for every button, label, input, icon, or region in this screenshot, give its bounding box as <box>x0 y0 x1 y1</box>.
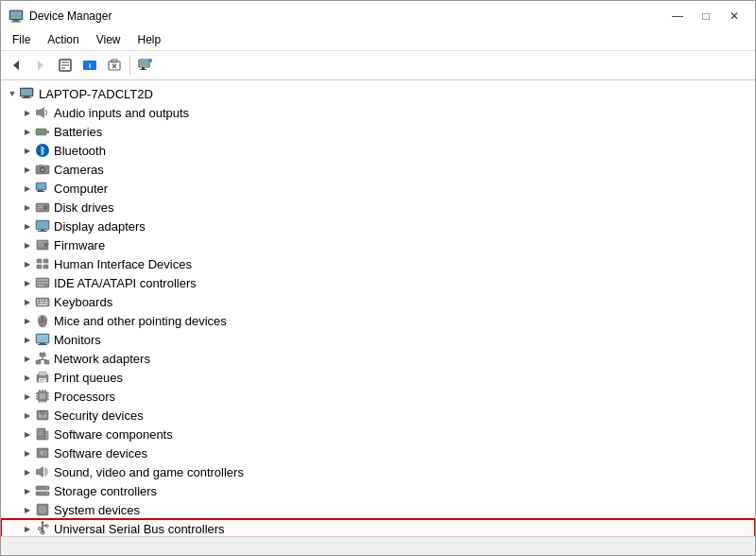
keyboards-item[interactable]: ▶ Keyboards <box>1 292 755 311</box>
mice-item[interactable]: ▶ Mice and other pointing devices <box>1 311 755 330</box>
svg-rect-91 <box>40 381 43 382</box>
audio-label: Audio inputs and outputs <box>54 106 189 120</box>
menu-file[interactable]: File <box>5 31 38 48</box>
bluetooth-expand[interactable]: ▶ <box>20 143 35 158</box>
network-expand[interactable]: ▶ <box>20 351 35 366</box>
display-label: Display adapters <box>54 219 146 234</box>
processors-label: Processors <box>54 390 115 404</box>
batteries-expand[interactable]: ▶ <box>20 124 35 139</box>
softwaredev-expand[interactable]: ▶ <box>20 445 35 460</box>
root-expand-btn[interactable]: ▼ <box>5 86 20 101</box>
storage-expand[interactable]: ▶ <box>20 483 35 498</box>
back-button[interactable] <box>5 54 27 77</box>
svg-rect-62 <box>37 279 48 281</box>
diskdrives-icon <box>35 200 50 215</box>
processors-expand[interactable]: ▶ <box>20 389 35 404</box>
svg-marker-131 <box>41 521 44 523</box>
display-expand[interactable]: ▶ <box>20 218 35 234</box>
svg-point-125 <box>46 487 48 489</box>
softwarecomp-item[interactable]: ▶ Software components <box>1 425 755 443</box>
usb-item[interactable]: ▶ Universal Serial Bus controllers <box>1 519 755 536</box>
audio-expand[interactable]: ▶ <box>20 105 35 120</box>
system-expand[interactable]: ▶ <box>20 502 35 517</box>
svg-rect-51 <box>38 231 47 232</box>
svg-rect-24 <box>24 96 29 97</box>
monitors-item[interactable]: ▶ Monitors <box>1 330 755 349</box>
svg-point-126 <box>46 493 48 495</box>
batteries-item[interactable]: ▶ Batteries <box>1 122 755 141</box>
softwaredev-item[interactable]: ▶ Software devices <box>1 443 755 462</box>
print-item[interactable]: ▶ Print queues <box>1 368 755 387</box>
processors-item[interactable]: ▶ <box>1 387 755 406</box>
menu-action[interactable]: Action <box>40 31 86 48</box>
firmware-label: Firmware <box>54 238 105 252</box>
security-expand[interactable]: ▶ <box>20 408 35 423</box>
menu-help[interactable]: Help <box>130 31 169 48</box>
svg-rect-59 <box>37 265 42 269</box>
svg-rect-71 <box>40 302 43 304</box>
close-button[interactable]: ✕ <box>721 7 747 26</box>
root-node[interactable]: ▼ LAPTOP-7ADCLT2D <box>1 84 755 103</box>
computer-item[interactable]: ▶ Computer <box>1 179 755 198</box>
cameras-expand[interactable]: ▶ <box>20 162 35 177</box>
svg-point-92 <box>45 375 47 377</box>
ide-item[interactable]: ▶ IDE ATA/ATAPI controllers <box>1 273 755 292</box>
diskdrives-expand[interactable]: ▶ <box>20 200 35 215</box>
maximize-button[interactable]: □ <box>693 7 719 26</box>
print-expand[interactable]: ▶ <box>20 370 35 385</box>
security-item[interactable]: ▶ Security devices <box>1 406 755 425</box>
firmware-expand[interactable]: ▶ <box>20 237 35 252</box>
diskdrives-item[interactable]: ▶ Disk drives <box>1 198 755 217</box>
firmware-item[interactable]: ▶ Firmware <box>1 235 755 254</box>
system-item[interactable]: ▶ System devices <box>1 500 755 519</box>
svg-rect-31 <box>42 130 44 133</box>
mice-icon <box>35 313 50 328</box>
keyboards-expand[interactable]: ▶ <box>20 294 35 309</box>
svg-rect-41 <box>37 191 44 192</box>
audio-item[interactable]: ▶ Audio inputs and outputs <box>1 103 755 122</box>
svg-rect-73 <box>38 304 47 306</box>
keyboards-label: Keyboards <box>54 295 112 309</box>
mice-expand[interactable]: ▶ <box>20 313 35 328</box>
storage-item[interactable]: ▶ Storage controllers <box>1 481 755 500</box>
svg-point-129 <box>42 509 43 511</box>
mice-label: Mice and other pointing devices <box>54 314 227 328</box>
svg-rect-55 <box>38 246 45 247</box>
svg-rect-30 <box>38 130 41 133</box>
sound-expand[interactable]: ▶ <box>20 464 35 479</box>
bluetooth-item[interactable]: ▶ ᛒ Bluetooth <box>1 141 755 160</box>
network-item[interactable]: ▶ Network adapters <box>1 349 755 368</box>
display-item[interactable]: ▶ Display adapters <box>1 217 755 235</box>
hid-item[interactable]: ▶ Human Interface Devices <box>1 254 755 273</box>
scan-button[interactable]: ! <box>134 54 157 77</box>
softwaredev-label: Software devices <box>54 446 147 460</box>
minimize-button[interactable]: — <box>664 7 691 26</box>
svg-rect-81 <box>40 353 45 356</box>
softwarecomp-expand[interactable]: ▶ <box>20 426 35 442</box>
monitors-expand[interactable]: ▶ <box>20 332 35 347</box>
keyboards-icon <box>35 294 50 309</box>
update-driver-button[interactable]: i <box>78 54 101 77</box>
cameras-item[interactable]: ▶ Cameras <box>1 160 755 179</box>
hid-expand[interactable]: ▶ <box>20 256 35 271</box>
sound-item[interactable]: ▶ Sound, video and game controllers <box>1 462 755 481</box>
forward-button[interactable] <box>29 54 52 77</box>
system-icon <box>35 502 50 517</box>
svg-rect-89 <box>39 378 46 382</box>
svg-marker-122 <box>39 466 43 478</box>
uninstall-button[interactable] <box>103 54 126 77</box>
menu-bar: File Action View Help <box>1 29 755 51</box>
svg-text:ᛒ: ᛒ <box>40 146 45 156</box>
ide-expand[interactable]: ▶ <box>20 275 35 290</box>
forward-icon <box>34 59 47 72</box>
usb-expand[interactable]: ▶ <box>20 521 35 536</box>
computer-expand[interactable]: ▶ <box>20 181 35 196</box>
svg-rect-18 <box>142 67 145 69</box>
svg-rect-119 <box>44 453 47 454</box>
menu-view[interactable]: View <box>89 31 129 48</box>
svg-rect-25 <box>22 97 31 98</box>
device-tree[interactable]: ▼ LAPTOP-7ADCLT2D ▶ <box>1 80 755 536</box>
properties-button[interactable] <box>54 54 77 77</box>
svg-point-44 <box>44 207 46 209</box>
svg-text:!: ! <box>149 59 150 63</box>
